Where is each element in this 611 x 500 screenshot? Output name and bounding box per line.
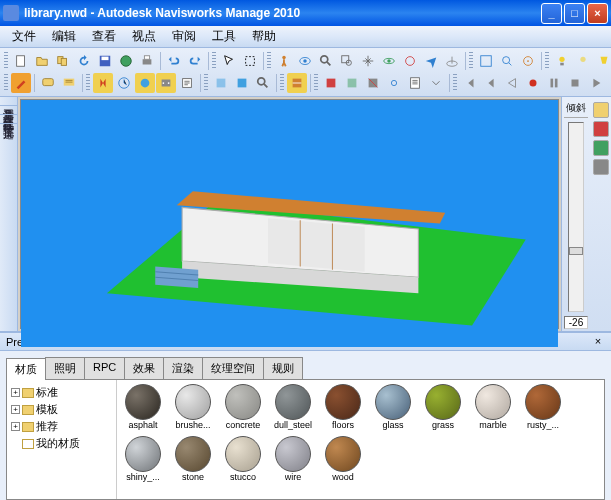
material-item[interactable]: grass [421, 384, 465, 430]
anim-play-button[interactable] [586, 73, 606, 93]
svg-rect-41 [217, 79, 226, 88]
tilt-slider[interactable] [568, 122, 584, 312]
3d-viewport[interactable] [20, 99, 559, 329]
nav-turntable-button[interactable] [442, 51, 462, 71]
material-item[interactable]: brushe... [171, 384, 215, 430]
tab-rules[interactable]: 规则 [263, 357, 303, 379]
menu-edit[interactable]: 编辑 [44, 26, 84, 47]
tool-animator-button[interactable] [156, 73, 176, 93]
nav-examine-button[interactable] [400, 51, 420, 71]
publish-button[interactable] [116, 51, 136, 71]
close-button[interactable]: × [587, 3, 608, 24]
tree-my-materials[interactable]: 我的材质 [11, 435, 112, 452]
tree-recommended[interactable]: +推荐 [11, 418, 112, 435]
material-item[interactable]: wood [321, 436, 365, 482]
tool-clash-button[interactable] [93, 73, 113, 93]
zoom-all-button[interactable] [476, 51, 496, 71]
sidebar-tab-measure[interactable]: 测量工具 [0, 97, 17, 106]
material-item[interactable]: dull_steel [271, 384, 315, 430]
tab-rendering[interactable]: 渲染 [163, 357, 203, 379]
redo-button[interactable] [185, 51, 205, 71]
tab-texture[interactable]: 纹理空间 [202, 357, 264, 379]
material-item[interactable]: concrete [221, 384, 265, 430]
minimize-button[interactable]: _ [541, 3, 562, 24]
nav-walk-button[interactable] [274, 51, 294, 71]
view-save-button[interactable] [593, 102, 609, 118]
new-button[interactable] [11, 51, 31, 71]
tab-rpc[interactable]: RPC [84, 357, 125, 379]
nav-zoomwin-button[interactable] [337, 51, 357, 71]
presenter-close-button[interactable]: × [591, 335, 605, 349]
properties-button[interactable] [405, 73, 425, 93]
anim-pause-button[interactable] [544, 73, 564, 93]
presenter-panel: Presenter × 材质 照明 RPC 效果 渲染 纹理空间 规则 +标准 … [0, 331, 611, 500]
menu-view[interactable]: 查看 [84, 26, 124, 47]
anim-stop-button[interactable] [565, 73, 585, 93]
maximize-button[interactable]: □ [564, 3, 585, 24]
view-record-button[interactable] [593, 121, 609, 137]
material-item[interactable]: stucco [221, 436, 265, 482]
nav-fly-button[interactable] [421, 51, 441, 71]
anim-next-button[interactable] [607, 73, 609, 93]
unhide-button[interactable] [232, 73, 252, 93]
section-button[interactable] [287, 73, 307, 93]
tab-lighting[interactable]: 照明 [45, 357, 85, 379]
find-button[interactable] [253, 73, 273, 93]
tool-scripter-button[interactable] [177, 73, 197, 93]
menu-help[interactable]: 帮助 [244, 26, 284, 47]
tool-presenter-button[interactable] [135, 73, 155, 93]
light-scene-button[interactable] [573, 51, 593, 71]
zoom-selected-button[interactable] [497, 51, 517, 71]
hide-button[interactable] [211, 73, 231, 93]
material-item[interactable]: rusty_... [521, 384, 565, 430]
select-box-button[interactable] [240, 51, 260, 71]
svg-rect-0 [17, 56, 25, 67]
menu-tools[interactable]: 工具 [204, 26, 244, 47]
tree-standard[interactable]: +标准 [11, 384, 112, 401]
refresh-button[interactable] [74, 51, 94, 71]
tab-material[interactable]: 材质 [6, 358, 46, 380]
focus-button[interactable] [518, 51, 538, 71]
save-button[interactable] [95, 51, 115, 71]
material-item[interactable]: shiny_... [121, 436, 165, 482]
material-item[interactable]: asphalt [121, 384, 165, 430]
anim-prev-button[interactable] [481, 73, 501, 93]
material-item[interactable]: glass [371, 384, 415, 430]
nav-zoom-button[interactable] [316, 51, 336, 71]
view-play-button[interactable] [593, 140, 609, 156]
nav-orbit-button[interactable] [379, 51, 399, 71]
view-stop-button[interactable] [593, 159, 609, 175]
material-item[interactable]: stone [171, 436, 215, 482]
comment-list-button[interactable] [59, 73, 79, 93]
anim-first-button[interactable] [460, 73, 480, 93]
nav-pan-button[interactable] [358, 51, 378, 71]
tool-timeliner-button[interactable] [114, 73, 134, 93]
light-full-button[interactable] [552, 51, 572, 71]
material-item[interactable]: floors [321, 384, 365, 430]
links-button[interactable] [384, 73, 404, 93]
menu-file[interactable]: 文件 [4, 26, 44, 47]
redline-pen-button[interactable] [11, 73, 31, 93]
override-trans-button[interactable] [342, 73, 362, 93]
menu-review[interactable]: 审阅 [164, 26, 204, 47]
menu-viewpoint[interactable]: 视点 [124, 26, 164, 47]
anim-record-button[interactable] [523, 73, 543, 93]
override-color-button[interactable] [321, 73, 341, 93]
print-button[interactable] [137, 51, 157, 71]
anim-rplay-button[interactable] [502, 73, 522, 93]
nav-look-button[interactable] [295, 51, 315, 71]
tab-effects[interactable]: 效果 [124, 357, 164, 379]
light-head-button[interactable] [594, 51, 609, 71]
material-item[interactable]: marble [471, 384, 515, 430]
sidebar-tab-selection[interactable]: 选择集 [0, 115, 17, 124]
tree-template[interactable]: +模板 [11, 401, 112, 418]
material-item[interactable]: wire [271, 436, 315, 482]
merge-button[interactable] [53, 51, 73, 71]
undo-button[interactable] [164, 51, 184, 71]
select-button[interactable] [219, 51, 239, 71]
sidebar-tab-redline[interactable]: 红线批注工具 [0, 106, 17, 115]
dropdown-button[interactable] [426, 73, 446, 93]
override-reset-button[interactable] [363, 73, 383, 93]
comment-button[interactable] [38, 73, 58, 93]
open-button[interactable] [32, 51, 52, 71]
